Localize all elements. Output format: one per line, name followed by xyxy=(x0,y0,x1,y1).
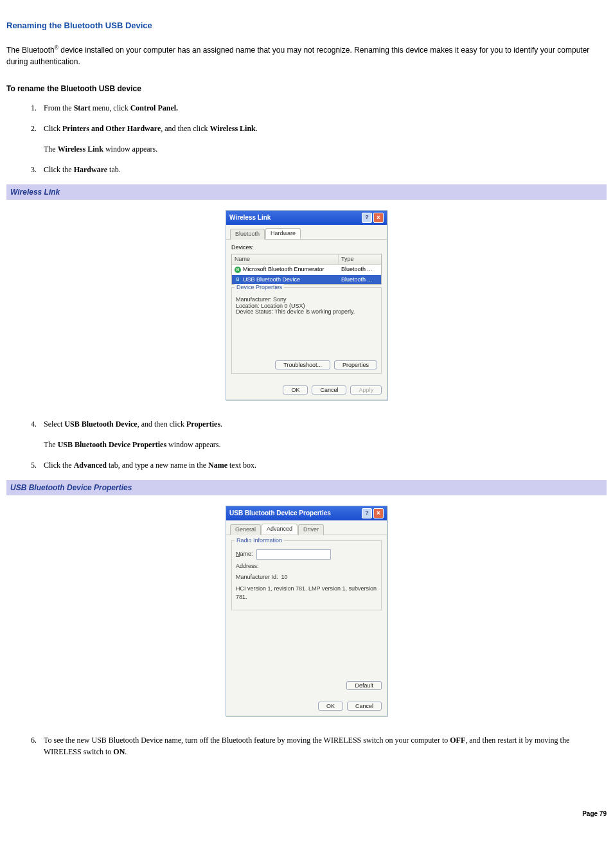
dialog-titlebar[interactable]: Wireless Link ? × xyxy=(226,211,387,225)
tab-advanced[interactable]: Advanced xyxy=(262,524,298,535)
apply-button[interactable]: Apply xyxy=(350,385,382,394)
t: USB Bluetooth Device Properties xyxy=(58,440,166,449)
tab-strip: Bluetooth Hardware xyxy=(226,225,387,240)
help-button[interactable]: ? xyxy=(362,213,372,223)
t: ON xyxy=(113,747,125,756)
col-type[interactable]: Type xyxy=(339,254,381,265)
cancel-button[interactable]: Cancel xyxy=(347,702,382,711)
intro-text-a: The Bluetooth xyxy=(6,46,55,55)
t: . xyxy=(256,124,258,133)
cancel-button[interactable]: Cancel xyxy=(312,385,346,394)
t: window appears. xyxy=(103,145,157,154)
ok-button[interactable]: OK xyxy=(318,702,343,711)
wireless-link-dialog: Wireless Link ? × Bluetooth Hardware Dev… xyxy=(226,210,387,400)
intro-paragraph: The Bluetooth® device installed on your … xyxy=(6,44,607,67)
usb-bt-properties-dialog: USB Bluetooth Device Properties ? × Gene… xyxy=(226,506,387,716)
t: Control Panel. xyxy=(130,103,178,112)
dialog-title: Wireless Link xyxy=(229,213,271,222)
t: The xyxy=(44,440,58,449)
bluetooth-icon: B xyxy=(235,267,241,273)
step-4: Select USB Bluetooth Device, and then cl… xyxy=(39,418,607,450)
step-1: From the Start menu, click Control Panel… xyxy=(39,102,607,114)
row-type: Bluetooth ... xyxy=(341,276,378,285)
row-name: Microsoft Bluetooth Enumerator xyxy=(243,265,339,274)
t: Select xyxy=(44,420,64,429)
close-button[interactable]: × xyxy=(373,213,384,223)
t: menu, click xyxy=(91,103,130,112)
step-4-sub: The USB Bluetooth Device Properties wind… xyxy=(44,439,607,450)
radio-information-group: Radio Information Name: Address: Manufac… xyxy=(231,540,382,610)
t: . xyxy=(125,747,127,756)
t: To see the new USB Bluetooth Device name… xyxy=(44,736,450,745)
t: Hardware xyxy=(74,165,107,174)
u: N xyxy=(236,551,240,557)
bluetooth-icon: B xyxy=(235,276,241,283)
t: Start xyxy=(74,103,91,112)
dialog-title: USB Bluetooth Device Properties xyxy=(229,508,331,518)
tab-driver[interactable]: Driver xyxy=(298,524,324,536)
dialog-button-row: OK Cancel Apply xyxy=(226,382,387,400)
list-item[interactable]: B Microsoft Bluetooth Enumerator Bluetoo… xyxy=(232,265,381,275)
devices-label: Devices: xyxy=(231,244,382,252)
manufacturer-id-label: Manufacturer Id: xyxy=(236,573,278,582)
t: Printers and Other Hardware xyxy=(62,124,161,133)
t: From the xyxy=(44,103,74,112)
devices-list[interactable]: Name Type B Microsoft Bluetooth Enumerat… xyxy=(231,254,382,285)
t: tab, and type a new name in the xyxy=(107,461,208,470)
t: , and then click xyxy=(161,124,209,133)
page-title: Renaming the Bluetooth USB Device xyxy=(6,19,607,32)
tab-strip: General Advanced Driver xyxy=(226,520,387,536)
group-legend: Radio Information xyxy=(235,537,284,544)
group-legend: Device Properties xyxy=(235,284,284,290)
t: window appears. xyxy=(166,440,220,449)
tab-hardware[interactable]: Hardware xyxy=(265,228,301,240)
list-header: Name Type xyxy=(232,254,381,265)
t: text box. xyxy=(227,461,256,470)
step-3: Click the Hardware tab. xyxy=(39,164,607,175)
step-2-sub: The Wireless Link window appears. xyxy=(44,143,607,155)
t: Click the xyxy=(44,165,74,174)
address-label: Address: xyxy=(236,562,259,571)
dialog-button-row: OK Cancel xyxy=(226,698,387,716)
figure-2-caption: USB Bluetooth Device Properties xyxy=(6,480,607,495)
row-type: Bluetooth ... xyxy=(341,265,378,274)
t: Properties xyxy=(186,420,220,429)
help-button[interactable]: ? xyxy=(362,508,372,518)
tab-bluetooth[interactable]: Bluetooth xyxy=(230,229,265,240)
step-6: To see the new USB Bluetooth Device name… xyxy=(39,734,607,757)
t: Click the xyxy=(44,461,74,470)
t: Wireless Link xyxy=(58,145,103,154)
t: Advanced xyxy=(74,461,107,470)
default-button[interactable]: Default xyxy=(346,681,382,690)
name-label: Name: xyxy=(236,550,253,559)
col-name[interactable]: Name xyxy=(232,254,339,265)
name-input[interactable] xyxy=(256,549,331,560)
hci-line: HCI version 1, revision 781. LMP version… xyxy=(236,585,377,602)
procedure-subhead: To rename the Bluetooth USB device xyxy=(6,83,607,94)
status-line: Device Status: This device is working pr… xyxy=(236,308,377,317)
t: USB Bluetooth Device xyxy=(64,420,137,429)
t: Click xyxy=(44,124,62,133)
step-5: Click the Advanced tab, and type a new n… xyxy=(39,459,607,471)
t: OFF xyxy=(450,736,465,745)
step-2: Click Printers and Other Hardware, and t… xyxy=(39,123,607,155)
troubleshoot-button[interactable]: Troubleshoot... xyxy=(275,360,330,369)
t: . xyxy=(220,420,222,429)
page-number: Page 79 xyxy=(6,809,607,819)
device-properties-group: Device Properties Manufacturer: Sony Loc… xyxy=(231,287,382,374)
t: Name xyxy=(208,461,227,470)
properties-button[interactable]: Properties xyxy=(334,360,377,369)
t: The xyxy=(44,145,58,154)
t: , and then click xyxy=(138,420,186,429)
manufacturer-id-value: 10 xyxy=(281,573,288,582)
dialog-titlebar[interactable]: USB Bluetooth Device Properties ? × xyxy=(226,506,387,520)
tab-general[interactable]: General xyxy=(230,524,261,536)
intro-text-b: device installed on your computer has an… xyxy=(6,46,589,66)
figure-1-caption: Wireless Link xyxy=(6,184,607,200)
t: tab. xyxy=(107,165,121,174)
list-item[interactable]: B USB Bluetooth Device Bluetooth ... xyxy=(232,275,381,285)
t: Wireless Link xyxy=(210,124,256,133)
close-button[interactable]: × xyxy=(373,508,384,518)
row-name: USB Bluetooth Device xyxy=(243,276,339,285)
ok-button[interactable]: OK xyxy=(283,385,308,394)
